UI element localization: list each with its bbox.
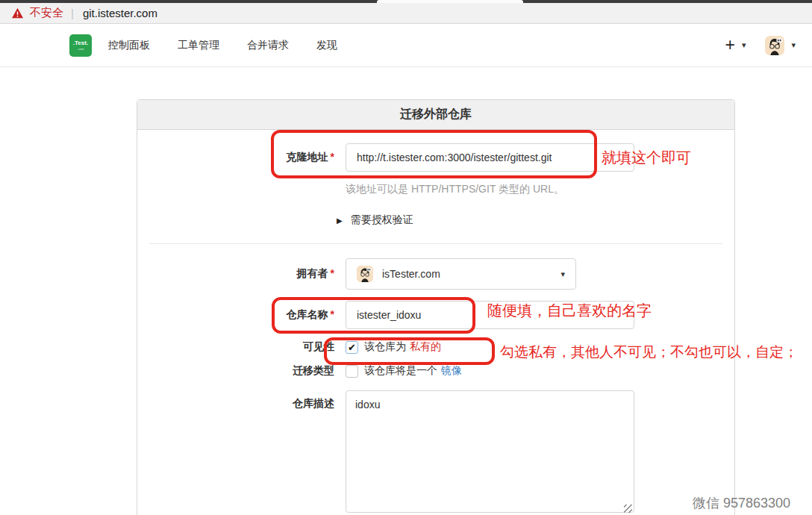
nav-item-dashboard[interactable]: 控制面板 xyxy=(108,39,150,52)
panel-body: 克隆地址* 该地址可以是 HTTP/HTTPS/GIT 类型的 URL。 ▶ 需… xyxy=(137,130,734,515)
visibility-row: 可见性 ✔ 该仓库为 私有的 xyxy=(137,339,734,355)
clone-address-label: 克隆地址* xyxy=(137,151,340,164)
migrate-repo-panel: 迁移外部仓库 克隆地址* 该地址可以是 HTTP/HTTPS/GIT 类型的 U… xyxy=(137,99,735,515)
owner-selected-value: isTester.com xyxy=(382,268,440,280)
mirror-row: 迁移类型 该仓库将是一个 镜像 xyxy=(137,363,734,379)
checkmark-icon: ✔ xyxy=(348,343,356,352)
nav-menu: 控制面板 工单管理 合并请求 发现 xyxy=(108,24,337,66)
nav-right-controls: + ▾ ▾ xyxy=(725,24,796,66)
nav-item-explore[interactable]: 发现 xyxy=(316,39,337,52)
section-divider xyxy=(149,243,722,244)
mirror-text: 该仓库将是一个 xyxy=(364,364,437,378)
description-wrap: idoxu xyxy=(346,390,634,515)
nav-item-issues[interactable]: 工单管理 xyxy=(178,39,219,52)
panel-title: 迁移外部仓库 xyxy=(137,100,734,130)
logo-text: .Test. xyxy=(69,40,92,46)
visibility-label: 可见性 xyxy=(137,340,340,354)
description-row: 仓库描述 idoxu xyxy=(137,390,734,515)
owner-dropdown[interactable]: isTester.com ▾ xyxy=(346,258,576,290)
mirror-link[interactable]: 镜像 xyxy=(441,364,462,378)
security-warning-label: 不安全 xyxy=(30,6,63,20)
visibility-private-text: 私有的 xyxy=(410,340,441,354)
required-asterisk: * xyxy=(331,151,334,163)
private-checkbox[interactable]: ✔ xyxy=(346,341,358,354)
clone-address-help: 该地址可以是 HTTP/HTTPS/GIT 类型的 URL。 xyxy=(346,183,564,196)
top-navbar: .Test. .com 控制面板 工单管理 合并请求 发现 + ▾ ▾ xyxy=(0,24,812,67)
security-warning-icon xyxy=(11,7,24,19)
clone-address-input[interactable] xyxy=(346,143,634,172)
owner-caret-icon: ▾ xyxy=(560,269,565,279)
site-logo[interactable]: .Test. .com xyxy=(69,34,92,57)
mirror-label: 迁移类型 xyxy=(137,364,340,378)
auth-toggle-label: 需要授权验证 xyxy=(351,213,413,227)
description-textarea[interactable]: idoxu xyxy=(346,390,634,513)
user-avatar[interactable] xyxy=(765,36,784,55)
browser-url-bar[interactable]: 不安全 | git.istester.com xyxy=(0,3,812,24)
repo-name-input[interactable] xyxy=(346,301,634,329)
nav-item-pull-requests[interactable]: 合并请求 xyxy=(247,39,289,52)
user-menu-caret-icon[interactable]: ▾ xyxy=(791,40,796,50)
required-asterisk: * xyxy=(331,267,334,279)
repo-name-label: 仓库名称* xyxy=(137,308,340,322)
owner-label: 拥有者* xyxy=(137,267,340,281)
collapse-arrow-icon: ▶ xyxy=(337,216,343,225)
visibility-text: 该仓库为 xyxy=(364,340,406,354)
owner-avatar xyxy=(357,266,373,282)
clone-address-row: 克隆地址* xyxy=(137,143,734,172)
address-url[interactable]: git.istester.com xyxy=(83,7,157,19)
url-separator: | xyxy=(71,7,74,19)
create-new-icon[interactable]: + xyxy=(725,37,735,54)
wechat-watermark: 微信 957863300 xyxy=(693,494,790,512)
mirror-checkbox[interactable] xyxy=(346,365,358,378)
auth-required-toggle[interactable]: ▶ 需要授权验证 xyxy=(337,213,413,227)
owner-row: 拥有者* isTester.com ▾ xyxy=(137,258,734,290)
logo-subtext: .com xyxy=(69,48,92,51)
repo-name-row: 仓库名称* xyxy=(137,301,734,329)
description-label: 仓库描述 xyxy=(137,390,340,411)
required-asterisk: * xyxy=(331,308,334,320)
create-new-caret-icon[interactable]: ▾ xyxy=(742,40,746,50)
